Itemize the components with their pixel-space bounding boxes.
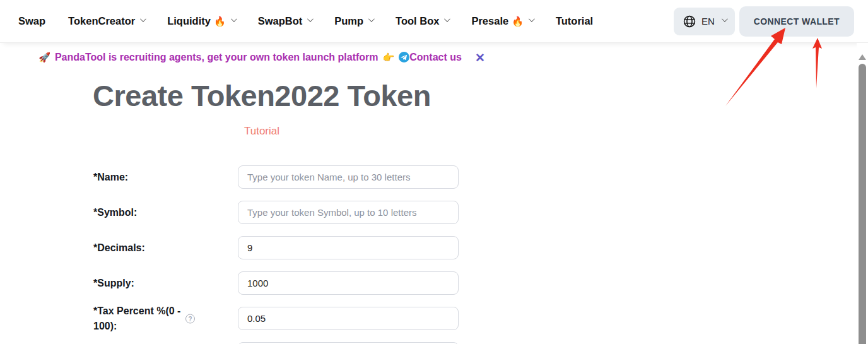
main-nav: Swap TokenCreator Liquidity 🔥 SwapBot Pu… [18,15,593,27]
chevron-down-icon [444,16,450,22]
scrollbar-track[interactable] [857,43,868,344]
nav-label: Presale [471,15,508,27]
nav-label: TokenCreator [68,15,135,27]
form-row-decimals: *Decimals: [93,236,524,259]
name-label: *Name: [93,170,238,185]
tutorial-link[interactable]: Tutorial [0,125,524,138]
top-navbar: Swap TokenCreator Liquidity 🔥 SwapBot Pu… [0,0,868,43]
decimals-label: *Decimals: [93,240,238,256]
decimals-input[interactable] [238,236,459,259]
main-content: 🚀 PandaTool is recruiting agents, get yo… [0,43,524,344]
nav-label: SwapBot [258,15,303,27]
form-row-supply: *Supply: [93,271,524,295]
create-token-form: *Name: *Symbol: *Decimals: *Supply: *Tax… [0,165,524,344]
language-selector[interactable]: EN [674,8,735,35]
language-label: EN [701,16,715,27]
page-title: Create Token2022 Token [0,80,524,112]
nav-item-tutorial[interactable]: Tutorial [556,15,593,27]
tax-percent-label: *Tax Percent %(0 - 100): ? [93,304,238,334]
banner-message: PandaTool is recruiting agents, get your… [55,52,378,63]
nav-item-tokencreator[interactable]: TokenCreator [68,15,144,27]
nav-item-presale[interactable]: Presale 🔥 [471,15,532,27]
close-icon[interactable]: ✕ [475,52,485,64]
globe-icon [683,15,696,28]
form-row-tax-percent: *Tax Percent %(0 - 100): ? [93,307,524,330]
contact-us-link[interactable]: Contact us [399,52,462,63]
info-tooltip-icon[interactable]: ? [185,314,195,323]
symbol-input[interactable] [238,201,459,224]
nav-item-toolbox[interactable]: Tool Box [396,15,449,27]
telegram-icon [399,52,409,62]
fire-emoji-icon: 🔥 [512,16,524,27]
nav-item-swap[interactable]: Swap [18,15,45,27]
nav-label: Tutorial [556,15,593,27]
fire-emoji-icon: 🔥 [214,16,226,27]
symbol-label: *Symbol: [93,205,238,220]
connect-wallet-button[interactable]: CONNECT WALLET [739,6,854,37]
nav-item-pump[interactable]: Pump [334,15,373,27]
contact-us-label: Contact us [409,52,462,62]
chevron-down-icon [368,16,375,22]
nav-label: Swap [18,15,45,27]
nav-label: Pump [334,15,363,27]
chevron-down-icon [140,16,146,22]
nav-item-liquidity[interactable]: Liquidity 🔥 [167,15,235,27]
form-row-name: *Name: [93,165,524,189]
promo-banner: 🚀 PandaTool is recruiting agents, get yo… [0,43,524,64]
chevron-down-icon [231,16,237,22]
chevron-down-icon [722,16,728,22]
scrollbar-thumb[interactable] [859,64,866,344]
tax-percent-input[interactable] [238,307,459,330]
chevron-down-icon [307,16,314,22]
name-input[interactable] [238,165,459,189]
pointing-finger-emoji-icon: 👉 [383,52,395,63]
nav-label: Liquidity [167,15,211,27]
navbar-actions: EN CONNECT WALLET [674,6,854,37]
rocket-emoji-icon: 🚀 [38,52,50,63]
supply-input[interactable] [238,271,459,295]
form-row-symbol: *Symbol: [93,201,524,224]
chevron-down-icon [529,16,535,22]
annotation-arrow-vertical [812,38,822,88]
scroll-up-arrow-icon[interactable] [859,54,866,60]
nav-label: Tool Box [396,15,439,27]
supply-label: *Supply: [93,276,238,291]
nav-item-swapbot[interactable]: SwapBot [258,15,312,27]
